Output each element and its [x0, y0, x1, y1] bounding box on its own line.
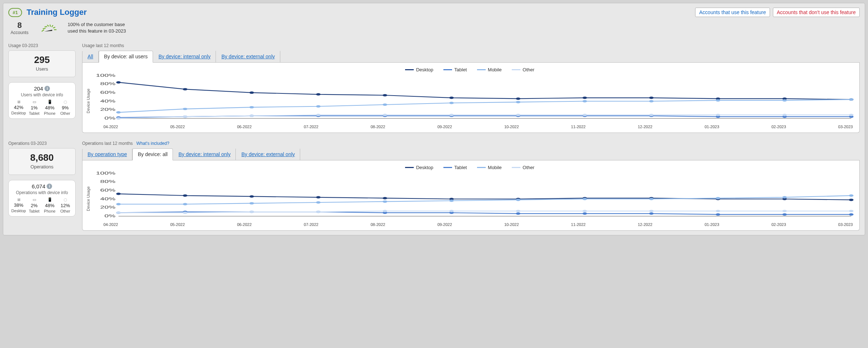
- svg-point-93: [849, 213, 854, 215]
- usage-legend: Desktop Tablet Mobile Other: [85, 66, 854, 73]
- svg-point-96: [250, 202, 254, 204]
- info-icon[interactable]: i: [44, 86, 50, 91]
- users-device-label: Users with device info: [11, 92, 73, 97]
- svg-point-95: [183, 203, 187, 205]
- users-label: Users: [10, 66, 74, 72]
- svg-point-45: [516, 101, 520, 103]
- tab-by-operation-type[interactable]: By operation type: [82, 148, 132, 160]
- svg-text:80%: 80%: [100, 180, 115, 184]
- svg-point-109: [316, 211, 321, 213]
- ops-left-title: Operations 03-2023: [8, 141, 76, 146]
- svg-line-5: [52, 25, 53, 26]
- svg-point-104: [782, 196, 787, 198]
- tab-by-device-all[interactable]: By device: all: [132, 148, 173, 160]
- accounts-not-use-button[interactable]: Accounts that don't use this feature: [773, 8, 860, 17]
- svg-point-50: [849, 98, 854, 101]
- svg-text:20%: 20%: [100, 205, 115, 210]
- accounts-label: Accounts: [8, 30, 31, 35]
- svg-line-1: [43, 28, 45, 29]
- svg-point-17: [250, 92, 254, 94]
- svg-point-112: [516, 210, 520, 212]
- ops-device-label: Operations with device info: [11, 190, 73, 195]
- svg-point-114: [649, 210, 654, 212]
- ops-xaxis: 04-202205-202206-202207-202208-202209-20…: [93, 222, 854, 227]
- svg-point-97: [316, 201, 321, 204]
- usage-chart-box: Desktop Tablet Mobile Other Device Usage…: [82, 63, 860, 133]
- phone-icon: 📱: [47, 197, 52, 202]
- svg-point-74: [383, 197, 387, 199]
- svg-point-115: [716, 210, 720, 212]
- info-icon[interactable]: i: [47, 184, 52, 189]
- svg-point-22: [583, 97, 587, 99]
- svg-text:80%: 80%: [100, 82, 115, 86]
- svg-text:60%: 60%: [100, 188, 115, 192]
- tab-by-device-internal[interactable]: By device: internal only: [153, 51, 216, 63]
- ops-chart-box: Desktop Tablet Mobile Other Device Usage…: [82, 160, 860, 231]
- ops-card: 8,680 Operations: [8, 148, 76, 175]
- svg-point-99: [449, 200, 454, 202]
- feature-panel: #1 Training Logger Accounts that use thi…: [3, 3, 865, 235]
- ops-tabs: By operation type By device: all By devi…: [82, 148, 860, 160]
- svg-point-88: [516, 213, 520, 215]
- svg-point-48: [716, 99, 720, 101]
- svg-point-20: [449, 97, 454, 99]
- ops-count: 8,680: [10, 152, 74, 163]
- svg-point-21: [516, 97, 520, 100]
- svg-text:100%: 100%: [96, 73, 115, 77]
- svg-point-117: [849, 210, 854, 212]
- svg-point-19: [383, 94, 387, 96]
- svg-point-53: [250, 115, 254, 117]
- users-count: 295: [10, 54, 74, 66]
- svg-point-102: [649, 198, 654, 200]
- svg-point-91: [716, 213, 720, 215]
- usage-xaxis: 04-202205-202206-202207-202208-202209-20…: [93, 124, 854, 129]
- tab-by-device-all-users[interactable]: By device: all users: [99, 51, 153, 63]
- summary-text: 100% of the customer base used this feat…: [68, 21, 126, 34]
- svg-point-43: [383, 104, 387, 106]
- tab-by-device-external[interactable]: By device: external only: [236, 148, 300, 160]
- feature-title-link[interactable]: Training Logger: [26, 8, 86, 17]
- svg-point-98: [383, 200, 387, 202]
- svg-point-55: [383, 114, 387, 116]
- tab-all[interactable]: All: [82, 51, 99, 63]
- svg-point-113: [583, 210, 587, 212]
- svg-line-3: [47, 25, 48, 26]
- svg-text:40%: 40%: [100, 197, 115, 201]
- svg-text:100%: 100%: [96, 171, 115, 175]
- svg-point-23: [649, 97, 654, 99]
- summary-line1: 100% of the customer base: [68, 21, 126, 28]
- svg-point-106: [116, 211, 121, 214]
- whats-included-link[interactable]: What's included?: [136, 141, 169, 146]
- svg-point-62: [849, 114, 854, 116]
- svg-point-103: [716, 197, 720, 199]
- svg-point-90: [649, 213, 654, 215]
- ops-right-title: Operations last 12 months: [82, 141, 133, 146]
- svg-point-59: [649, 114, 654, 116]
- ops-legend: Desktop Tablet Mobile Other: [85, 163, 854, 171]
- svg-text:0%: 0%: [105, 214, 116, 218]
- svg-point-100: [516, 199, 520, 201]
- svg-point-58: [583, 114, 587, 116]
- svg-point-41: [250, 106, 254, 108]
- accounts-use-button[interactable]: Accounts that use this feature: [695, 8, 770, 17]
- usage-tabs: All By device: all users By device: inte…: [82, 50, 860, 63]
- svg-point-52: [183, 116, 187, 118]
- svg-point-42: [316, 105, 321, 108]
- title-group: #1 Training Logger: [8, 8, 87, 17]
- svg-point-39: [116, 111, 121, 113]
- svg-point-72: [250, 195, 254, 197]
- accounts-count: 8: [8, 21, 31, 30]
- ops-line-chart: 0%20%40%60%80%100%: [93, 171, 854, 222]
- tab-by-device-internal[interactable]: By device: internal only: [173, 148, 236, 160]
- ops-label: Operations: [10, 164, 74, 169]
- header-row: #1 Training Logger Accounts that use thi…: [8, 8, 860, 17]
- tab-by-device-external[interactable]: By device: external only: [216, 51, 280, 63]
- operations-section: Operations 03-2023 8,680 Operations 6,07…: [8, 141, 860, 231]
- summary-row: 8 Accounts 100% of the customer base use…: [8, 21, 860, 35]
- svg-line-6: [54, 27, 55, 28]
- users-device-count: 204: [34, 85, 43, 92]
- svg-point-105: [849, 194, 854, 197]
- svg-line-4: [50, 25, 51, 26]
- phone-icon: 📱: [47, 100, 52, 104]
- svg-text:0%: 0%: [105, 116, 116, 120]
